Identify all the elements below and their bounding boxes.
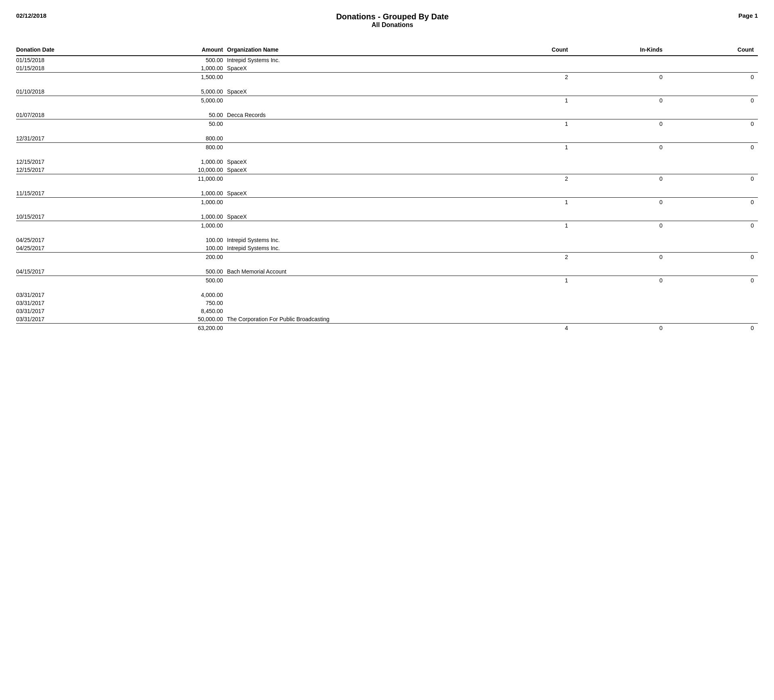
subtotal-amount: 1,000.00 (111, 221, 227, 232)
subtotal-row: 200.00 2 0 0 (16, 253, 758, 264)
cell-org: The Corporation For Public Broadcasting (227, 315, 489, 324)
page-number: Page 1 (738, 12, 758, 19)
subtotal-org (227, 221, 489, 232)
cell-amount: 800.00 (111, 134, 227, 143)
cell-count (489, 158, 576, 166)
cell-count2 (671, 64, 758, 73)
cell-amount: 50.00 (111, 111, 227, 119)
cell-count2 (671, 236, 758, 244)
cell-count2 (671, 307, 758, 315)
cell-inkinds (576, 158, 671, 166)
subtotal-count2: 0 (671, 174, 758, 186)
cell-amount: 500.00 (111, 267, 227, 276)
cell-inkinds (576, 88, 671, 96)
cell-inkinds (576, 166, 671, 174)
table-row: 03/31/2017 50,000.00 The Corporation For… (16, 315, 758, 324)
subtotal-count2: 0 (671, 253, 758, 264)
cell-date: 03/31/2017 (16, 307, 111, 315)
subtotal-inkinds: 0 (576, 253, 671, 264)
subtotal-row: 1,000.00 1 0 0 (16, 198, 758, 209)
subtotal-amount: 500.00 (111, 276, 227, 287)
subtotal-date (16, 143, 111, 154)
cell-amount: 500.00 (111, 56, 227, 64)
cell-org (227, 299, 489, 307)
table-row: 03/31/2017 8,450.00 (16, 307, 758, 315)
table-row: 10/15/2017 1,000.00 SpaceX (16, 213, 758, 221)
table-row: 01/15/2018 1,000.00 SpaceX (16, 64, 758, 73)
cell-org: Intrepid Systems Inc. (227, 236, 489, 244)
subtotal-amount: 5,000.00 (111, 96, 227, 107)
col-header-amount: Amount (111, 45, 227, 56)
subtotal-count: 1 (489, 119, 576, 131)
cell-inkinds (576, 299, 671, 307)
cell-count (489, 299, 576, 307)
cell-org (227, 307, 489, 315)
cell-amount: 10,000.00 (111, 166, 227, 174)
subtotal-amount: 63,200.00 (111, 324, 227, 335)
subtotal-count: 4 (489, 324, 576, 335)
cell-count (489, 307, 576, 315)
subtotal-count2: 0 (671, 221, 758, 232)
subtotal-row: 50.00 1 0 0 (16, 119, 758, 131)
cell-org: SpaceX (227, 88, 489, 96)
table-row: 04/25/2017 100.00 Intrepid Systems Inc. (16, 236, 758, 244)
table-row: 11/15/2017 1,000.00 SpaceX (16, 189, 758, 198)
spacer-row (16, 107, 758, 111)
subtotal-row: 63,200.00 4 0 0 (16, 324, 758, 335)
subtotal-row: 800.00 1 0 0 (16, 143, 758, 154)
cell-org: SpaceX (227, 166, 489, 174)
subtotal-inkinds: 0 (576, 174, 671, 186)
cell-count2 (671, 134, 758, 143)
cell-inkinds (576, 64, 671, 73)
subtotal-amount: 1,500.00 (111, 73, 227, 84)
col-header-count2: Count (671, 45, 758, 56)
subtotal-count2: 0 (671, 198, 758, 209)
subtotal-date (16, 96, 111, 107)
subtotal-count: 1 (489, 198, 576, 209)
subtotal-count: 2 (489, 253, 576, 264)
cell-amount: 1,000.00 (111, 189, 227, 198)
cell-count (489, 56, 576, 64)
page-header: 02/12/2018 Donations - Grouped By Date A… (16, 12, 758, 29)
subtotal-org (227, 198, 489, 209)
spacer-row (16, 84, 758, 88)
table-row: 12/15/2017 10,000.00 SpaceX (16, 166, 758, 174)
cell-count (489, 166, 576, 174)
subtotal-date (16, 324, 111, 335)
col-header-org: Organization Name (227, 45, 489, 56)
cell-amount: 4,000.00 (111, 291, 227, 299)
table-row: 01/10/2018 5,000.00 SpaceX (16, 88, 758, 96)
spacer-row (16, 185, 758, 189)
cell-org: SpaceX (227, 64, 489, 73)
cell-org: SpaceX (227, 189, 489, 198)
cell-org: SpaceX (227, 213, 489, 221)
subtotal-inkinds: 0 (576, 119, 671, 131)
cell-date: 03/31/2017 (16, 299, 111, 307)
subtotal-count2: 0 (671, 73, 758, 84)
spacer-row (16, 263, 758, 267)
cell-count (489, 189, 576, 198)
cell-count (489, 111, 576, 119)
subtotal-date (16, 174, 111, 186)
subtotal-inkinds: 0 (576, 96, 671, 107)
cell-amount: 100.00 (111, 236, 227, 244)
cell-date: 12/15/2017 (16, 166, 111, 174)
cell-amount: 5,000.00 (111, 88, 227, 96)
cell-inkinds (576, 236, 671, 244)
cell-inkinds (576, 111, 671, 119)
cell-count2 (671, 56, 758, 64)
cell-count2 (671, 299, 758, 307)
cell-inkinds (576, 189, 671, 198)
cell-date: 01/15/2018 (16, 56, 111, 64)
cell-count2 (671, 88, 758, 96)
subtotal-org (227, 96, 489, 107)
table-row: 04/25/2017 100.00 Intrepid Systems Inc. (16, 244, 758, 253)
subtotal-count2: 0 (671, 143, 758, 154)
subtotal-org (227, 174, 489, 186)
cell-date: 03/31/2017 (16, 291, 111, 299)
table-row: 12/31/2017 800.00 (16, 134, 758, 143)
subtotal-count: 2 (489, 174, 576, 186)
cell-inkinds (576, 56, 671, 64)
table-row: 12/15/2017 1,000.00 SpaceX (16, 158, 758, 166)
subtotal-org (227, 119, 489, 131)
